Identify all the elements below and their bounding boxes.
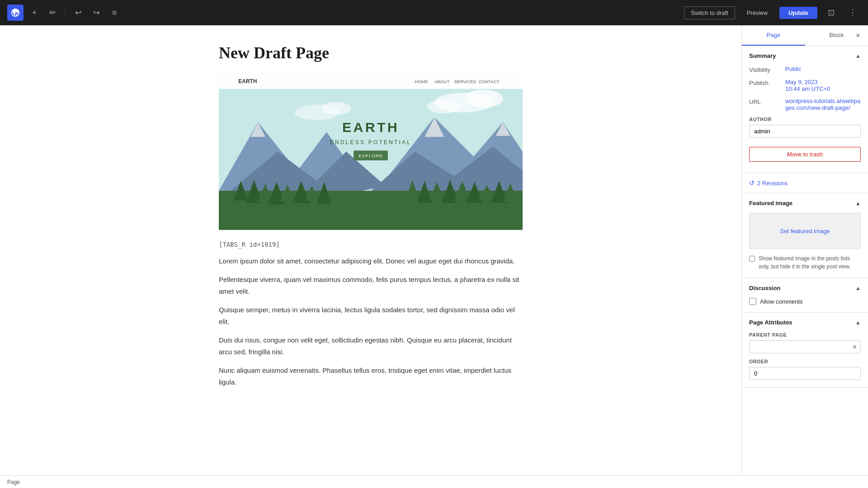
landscape-image-block: EARTH HOME ABOUT SERVICES CONTACT	[219, 73, 523, 230]
visibility-value[interactable]: Public	[785, 66, 801, 72]
featured-image-checkbox[interactable]	[749, 256, 755, 262]
tab-page[interactable]: Page	[742, 25, 805, 46]
page-attributes-body: PARENT PAGE × ORDER	[742, 332, 868, 387]
allow-comments-checkbox[interactable]	[749, 298, 756, 305]
undo-button[interactable]: ↩	[71, 5, 85, 20]
discussion-section: Discussion ▲ Allow comments	[742, 278, 868, 313]
svg-point-3	[427, 100, 462, 113]
author-section: AUTHOR admin	[749, 117, 861, 143]
status-bar: Page	[0, 475, 868, 488]
discussion-title: Discussion	[749, 285, 780, 291]
discussion-header[interactable]: Discussion ▲	[742, 278, 868, 298]
editor-area[interactable]: New Draft Page EARTH HOME ABOUT	[0, 25, 741, 475]
parent-page-clear-button[interactable]: ×	[849, 341, 860, 353]
wp-logo[interactable]	[7, 5, 24, 21]
order-input[interactable]	[749, 367, 861, 380]
discussion-body: Allow comments	[742, 298, 868, 312]
featured-image-body: Set featured image Show featured image i…	[742, 213, 868, 278]
parent-page-input[interactable]	[750, 341, 849, 353]
summary-toggle-icon: ▲	[855, 53, 861, 59]
svg-rect-6	[219, 73, 523, 89]
featured-image-placeholder[interactable]: Set featured image	[749, 213, 861, 249]
allow-comments-label: Allow comments	[760, 298, 803, 305]
paragraph-3[interactable]: Quisque semper, metus in viverra lacinia…	[219, 304, 523, 327]
settings-toggle-button[interactable]: ⊡	[823, 5, 839, 21]
allow-comments-row: Allow comments	[749, 298, 861, 305]
toolbar: + ✏ ↩ ↪ ≡ Switch to draft Preview Update…	[0, 0, 868, 25]
sidebar: Page Block × Summary ▲ Visibility Public…	[741, 25, 868, 475]
featured-image-checkbox-row: Show featured image in the posts lists o…	[749, 254, 861, 271]
revisions-icon: ↺	[749, 179, 755, 187]
svg-point-5	[322, 102, 351, 115]
summary-section-title: Summary	[749, 52, 776, 59]
visibility-label: Visibility	[749, 66, 785, 73]
sidebar-tabs: Page Block ×	[742, 25, 868, 46]
page-attributes-section: Page Attributes ▲ PARENT PAGE × ORDER	[742, 313, 868, 388]
toolbar-divider	[65, 7, 66, 18]
paragraph-5[interactable]: Nunc aliquam euismod venenatis. Phasellu…	[219, 365, 523, 388]
set-featured-image-button[interactable]: Set featured image	[750, 228, 860, 235]
paragraph-2[interactable]: Pellentesque viverra, quam vel maximus c…	[219, 274, 523, 297]
svg-text:EXPLORE: EXPLORE	[359, 153, 383, 158]
page-attributes-header[interactable]: Page Attributes ▲	[742, 313, 868, 332]
status-bar-label: Page	[7, 479, 20, 485]
shortcode-block[interactable]: [TABS_R id=1019]	[219, 241, 523, 248]
publish-date[interactable]: May 9, 2023	[785, 79, 818, 85]
list-view-button[interactable]: ≡	[107, 5, 122, 20]
redo-button[interactable]: ↪	[89, 5, 104, 20]
svg-text:SERVICES: SERVICES	[454, 79, 476, 84]
svg-text:ENDLESS POTENTIAL: ENDLESS POTENTIAL	[330, 139, 411, 145]
discussion-toggle-icon: ▲	[855, 285, 861, 291]
add-block-button[interactable]: +	[27, 5, 42, 20]
publish-value-wrap: May 9, 2023 10:44 am UTC+0	[785, 79, 830, 92]
revisions-label: 2 Revisions	[757, 180, 788, 187]
editor-content: New Draft Page EARTH HOME ABOUT	[208, 43, 533, 388]
author-select[interactable]: admin	[749, 125, 861, 138]
preview-button[interactable]: Preview	[741, 7, 774, 19]
revisions-row[interactable]: ↺ 2 Revisions	[742, 173, 868, 193]
page-attributes-title: Page Attributes	[749, 319, 793, 326]
url-row: URL wordpress-tutorials.ahwebpages.com/n…	[749, 98, 861, 111]
paragraph-4[interactable]: Duis dui risus, congue non velit eget, s…	[219, 334, 523, 357]
visibility-row: Visibility Public	[749, 66, 861, 73]
parent-page-input-wrap: ×	[749, 340, 861, 353]
author-label: AUTHOR	[749, 117, 861, 122]
featured-image-checkbox-label: Show featured image in the posts lists o…	[759, 254, 861, 271]
summary-section-body: Visibility Public Publish May 9, 2023 10…	[742, 66, 868, 173]
svg-text:HOME: HOME	[415, 79, 429, 84]
update-button[interactable]: Update	[779, 7, 817, 19]
toolbar-left: + ✏ ↩ ↪ ≡	[7, 5, 122, 21]
svg-point-2	[464, 90, 503, 108]
tools-button[interactable]: ✏	[45, 5, 60, 20]
move-to-trash-button[interactable]: Move to trash	[749, 147, 861, 162]
order-label: ORDER	[749, 359, 861, 364]
svg-text:CONTACT: CONTACT	[478, 79, 499, 84]
svg-text:EARTH: EARTH	[342, 120, 399, 135]
page-attributes-toggle-icon: ▲	[855, 319, 861, 326]
main-layout: New Draft Page EARTH HOME ABOUT	[0, 25, 868, 475]
svg-text:EARTH: EARTH	[238, 78, 257, 84]
featured-image-header[interactable]: Featured image ▲	[742, 193, 868, 213]
switch-to-draft-button[interactable]: Switch to draft	[684, 6, 735, 19]
page-title[interactable]: New Draft Page	[219, 43, 523, 62]
paragraph-1[interactable]: Lorem ipsum dolor sit amet, consectetur …	[219, 255, 523, 267]
toolbar-right: Switch to draft Preview Update ⊡ ⋮	[684, 5, 861, 21]
featured-image-title: Featured image	[749, 200, 793, 206]
more-options-button[interactable]: ⋮	[844, 5, 861, 21]
publish-label: Publish	[749, 80, 785, 86]
parent-page-label: PARENT PAGE	[749, 332, 861, 338]
publish-time[interactable]: 10:44 am UTC+0	[785, 85, 830, 92]
url-label: URL	[749, 99, 785, 105]
url-value[interactable]: wordpress-tutorials.ahwebpages.com/new-d…	[785, 98, 861, 111]
featured-image-toggle-icon: ▲	[855, 200, 861, 206]
featured-image-section: Featured image ▲ Set featured image Show…	[742, 193, 868, 278]
summary-section: Summary ▲ Visibility Public Publish May …	[742, 46, 868, 173]
publish-row: Publish May 9, 2023 10:44 am UTC+0	[749, 79, 861, 92]
sidebar-close-button[interactable]: ×	[852, 29, 864, 42]
svg-text:ABOUT: ABOUT	[434, 79, 450, 84]
summary-section-header[interactable]: Summary ▲	[742, 46, 868, 66]
